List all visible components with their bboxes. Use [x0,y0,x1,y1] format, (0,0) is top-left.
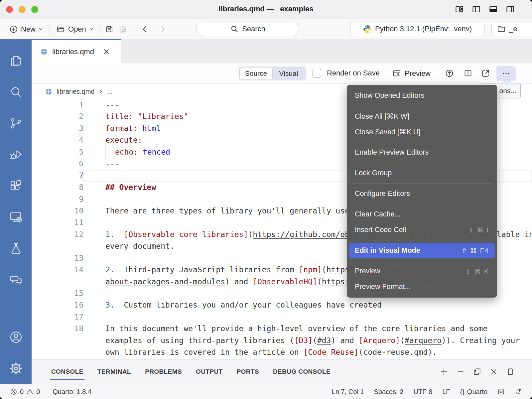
menu-item[interactable]: Preview⇧ ⌘ K [347,263,497,279]
run-debug-icon[interactable] [0,139,32,170]
code-content: examples of using third-party libraries … [83,335,532,346]
save-all-button[interactable] [118,25,127,34]
preview-button[interactable]: Preview [392,69,431,78]
menu-item[interactable]: Close Saved [⌘K U] [347,124,497,140]
menu-item[interactable]: Lock Group [347,165,497,181]
feedback-smiley-icon[interactable] [497,388,505,395]
search-box[interactable]: Search [196,22,299,36]
problems-status[interactable]: 0 0 [10,388,40,396]
menu-item[interactable]: Insert Code Cell⇧ ⌘ I [347,222,497,238]
new-console-button[interactable] [440,367,448,376]
indentation-status[interactable]: Spaces: 2 [374,388,404,396]
code-line[interactable]: 163. Custom libraries you and/or your co… [32,299,532,311]
minimize-panel-button[interactable] [456,367,465,376]
error-count: 0 [20,388,24,396]
toolbar-divider [100,24,100,35]
toggle-panel-icon[interactable] [489,5,498,14]
menu-item-label: Configure Editors [355,190,410,198]
source-mode-button[interactable]: Source [240,67,272,79]
navigate-forward-button[interactable] [158,25,167,34]
menu-item[interactable]: Preview Format... [347,279,497,295]
error-icon [10,388,17,395]
new-button[interactable]: New [7,24,45,35]
chat-icon[interactable] [0,264,32,295]
editor-actions-context-menu: Show Opened EditorsClose All [⌘K W]Close… [347,85,497,298]
code-line[interactable]: own libraries is covered in the article … [32,346,532,358]
encoding-status[interactable]: UTF-8 [413,388,432,396]
menu-item-label: Enable Preview Editors [355,148,429,157]
project-selector[interactable]: _e [491,22,532,36]
cursor-position-status[interactable]: Ln 7, Col 1 [332,388,364,396]
menu-item[interactable]: Enable Preview Editors [347,145,497,160]
menu-item-label: Show Opened Editors [355,91,424,100]
toggle-primary-sidebar-icon[interactable] [472,5,481,14]
render-button[interactable] [445,69,454,78]
menu-item-label: Close Saved [⌘K U] [355,128,420,136]
menu-item-label: Preview Format... [355,283,411,291]
code-line[interactable]: 18In this document we'll provide a high-… [32,323,532,334]
source-control-icon[interactable] [0,108,32,139]
code-line[interactable]: 17 [32,311,532,323]
panel-tab-debug-console[interactable]: DEBUG CONSOLE [266,359,337,384]
line-number: 10 [32,205,83,217]
breadcrumb-file: libraries.qmd [57,88,94,95]
split-editor-button[interactable] [464,69,472,78]
settings-icon[interactable] [0,353,32,384]
quarto-version-status[interactable]: Quarto: 1.8.4 [53,388,91,396]
code-content [83,311,532,323]
menu-item[interactable]: Close All [⌘K W] [347,108,497,124]
interpreter-selector[interactable]: Python 3.12.1 (PipEnv: .venv) [350,22,484,36]
menu-divider [352,183,492,184]
main-toolbar: New Open Search Python 3.12.1 (PipEnv: .… [0,19,532,40]
menu-item[interactable]: Show Opened Editors [347,88,497,103]
tab-libraries-qmd[interactable]: libraries.qmd ✕ [32,39,121,63]
menu-item[interactable]: Edit in Visual Mode⇧ ⌘ F4 [349,243,495,258]
panel-tab-ports[interactable]: PORTS [230,359,266,384]
search-icon[interactable] [0,76,32,108]
open-external-button[interactable] [481,69,490,78]
tab-label: libraries.qmd [52,48,94,56]
toolbar-divider [50,24,50,35]
maximize-panel-button[interactable] [473,367,481,376]
panel-tab-output[interactable]: OUTPUT [189,359,230,384]
line-number [32,240,83,252]
code-line[interactable]: examples of using third-party libraries … [32,335,532,346]
warning-count: 0 [36,388,40,396]
menu-item[interactable]: Configure Editors [347,186,497,201]
visual-mode-button[interactable]: Visual [272,67,305,79]
editor-tab-strip: libraries.qmd ✕ [32,39,532,63]
open-button-label: Open [68,25,86,34]
open-button[interactable]: Open [55,24,95,35]
render-on-save-checkbox[interactable] [313,69,321,77]
save-button[interactable] [105,25,114,34]
menu-divider [352,163,492,163]
eol-status[interactable]: LF [442,388,450,396]
menu-item[interactable]: Clear Cache... [347,206,497,222]
navigate-back-button[interactable] [140,25,149,34]
testing-icon[interactable] [0,233,32,264]
panel-tab-terminal[interactable]: TERMINAL [90,359,138,384]
panel-tab-problems[interactable]: PROBLEMS [138,359,189,384]
notifications-bell-icon[interactable] [515,388,522,395]
extensions-icon[interactable] [0,170,32,201]
menu-item-label: Preview [355,267,380,275]
close-tab-icon[interactable]: ✕ [103,47,110,57]
line-number: 9 [32,194,83,205]
close-panel-button[interactable] [489,367,498,376]
new-button-label: New [21,25,36,34]
panel-tab-console[interactable]: CONSOLE [44,359,90,384]
account-icon[interactable] [0,322,32,353]
toggle-secondary-sidebar-icon[interactable] [506,5,515,14]
language-mode-status[interactable]: {} Quarto [460,388,487,396]
line-number: 5 [32,146,83,158]
customize-layout-icon[interactable] [455,5,464,14]
sessions-icon[interactable] [0,201,32,233]
interpreter-label: Python 3.12.1 (PipEnv: .venv) [375,25,472,33]
menu-item-label: Insert Code Cell [355,226,406,234]
explorer-icon[interactable] [0,45,32,76]
line-number: 13 [32,252,83,264]
line-number: 16 [32,299,83,311]
code-content: 3. Custom libraries you and/or your coll… [83,299,532,311]
chevron-right-icon [98,89,103,94]
panel-layout-button[interactable] [506,367,515,376]
